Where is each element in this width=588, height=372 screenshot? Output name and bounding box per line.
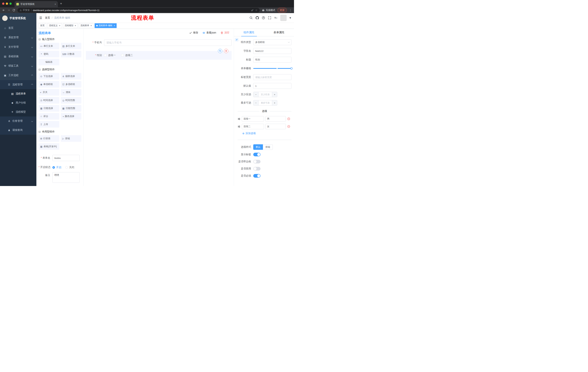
forward-icon[interactable] [7, 9, 10, 12]
component-upload[interactable]: ↥上传 [39, 121, 59, 128]
component-switch[interactable]: ◐开关 [39, 89, 59, 96]
sidebar-item-user-group[interactable]: ☻用户分组 [0, 98, 36, 107]
remove-option-icon[interactable] [287, 117, 290, 120]
sidebar-item-process-form[interactable]: ▤流程表单 [0, 89, 36, 98]
style-button-button[interactable]: 按钮 [263, 144, 273, 150]
sidebar-item-devtools[interactable]: ⚒研发工具 [0, 61, 36, 71]
sidebar-item-home[interactable]: ⌂首页 [0, 23, 36, 33]
checkbox-option-2[interactable]: 选项二 [121, 54, 133, 57]
switch-required[interactable] [253, 174, 261, 178]
tag-process-form-edit[interactable]: 流程表单-编辑× [94, 23, 117, 28]
security-status[interactable]: ⚠ 不安全 [20, 9, 30, 12]
tag-process-model[interactable]: 流程模型× [63, 23, 78, 28]
menu-fold-icon[interactable]: ☰ [39, 16, 42, 20]
new-tab-button[interactable]: + [60, 2, 62, 6]
chrome-update-button[interactable]: 更新 [277, 8, 287, 13]
component-radio-group[interactable]: ◉单选框组 [39, 81, 59, 87]
view-json-button[interactable]: 查看json [202, 31, 216, 34]
tag-process-form[interactable]: 流程表单× [79, 23, 94, 28]
decrease-button[interactable]: − [253, 100, 259, 105]
tag-close-icon[interactable]: × [90, 24, 92, 27]
back-icon[interactable] [2, 9, 5, 12]
tab-close-icon[interactable]: × [55, 3, 56, 6]
component-color[interactable]: ◑颜色选择 [61, 113, 82, 120]
add-option-button[interactable]: ⊕ 添加选项 [242, 132, 256, 135]
component-date[interactable]: ▦日期选择 [39, 105, 59, 112]
component-rate[interactable]: ☆评分 [39, 113, 59, 120]
font-size-icon[interactable]: TT [274, 16, 277, 20]
style-default-button[interactable]: 默认 [253, 144, 263, 150]
browser-tab[interactable]: 芋道管理系统 × [15, 1, 58, 7]
bind-variable-button[interactable] [235, 38, 239, 42]
component-multi-text[interactable]: ▤多行文本 [61, 43, 82, 49]
phone-input[interactable] [104, 39, 231, 46]
option-value-input[interactable] [265, 116, 286, 122]
copy-component-button[interactable] [218, 49, 222, 53]
form-grid-slider[interactable] [253, 65, 292, 71]
status-on-radio[interactable]: 开启 [52, 166, 61, 169]
drag-handle-icon[interactable] [238, 125, 240, 128]
component-button[interactable]: ▷按钮 [61, 135, 82, 142]
component-single-text[interactable]: ▭单行文本 [39, 43, 59, 49]
tag-home[interactable]: 首页 [39, 23, 46, 28]
window-minimize-button[interactable] [6, 2, 8, 5]
field-phone[interactable]: 手机号 [86, 39, 231, 46]
component-checkbox-group[interactable]: ☑多选框组 [61, 81, 82, 87]
label-width-input[interactable] [253, 74, 292, 80]
field-name-input[interactable] [253, 48, 292, 54]
field-gender-selected[interactable]: 性别 选项一 选项二 [86, 51, 231, 60]
component-slider[interactable]: ↔滑块 [61, 89, 82, 96]
option-value-input[interactable] [265, 124, 286, 129]
window-close-button[interactable] [2, 2, 4, 5]
component-password[interactable]: ＊密码 [39, 51, 59, 57]
reload-icon[interactable] [12, 9, 15, 12]
password-key-icon[interactable] [251, 9, 254, 11]
increase-button[interactable]: + [272, 100, 277, 105]
component-cascader[interactable]: ⋔级联选择 [61, 73, 82, 80]
component-editor[interactable]: 编辑器 [39, 59, 59, 65]
status-off-radio[interactable]: 关闭 [65, 166, 74, 169]
tag-close-icon[interactable]: × [59, 24, 60, 27]
tag-process-definition[interactable]: 流程定义× [47, 23, 62, 28]
tab-component-props[interactable]: 组件属性 [234, 29, 264, 36]
increase-button[interactable]: + [272, 92, 277, 97]
component-date-range[interactable]: ▩日期范围 [61, 105, 82, 112]
delete-component-button[interactable] [224, 49, 228, 53]
save-button[interactable]: 保存 [189, 31, 198, 34]
caret-down-icon[interactable]: ▾ [289, 16, 291, 20]
decrease-button[interactable]: − [253, 92, 259, 97]
default-value-input[interactable] [253, 83, 292, 89]
component-time-range[interactable]: ◶时间范围 [61, 97, 82, 104]
component-row[interactable]: ⊞行容器 [39, 135, 59, 142]
help-icon[interactable] [262, 16, 265, 20]
option-label-input[interactable] [242, 116, 264, 122]
app-logo[interactable]: 芋道管理系统 [0, 13, 36, 23]
bookmark-star-icon[interactable]: ☆ [255, 9, 257, 11]
switch-show-label[interactable] [253, 153, 261, 156]
tag-close-icon[interactable]: × [75, 24, 76, 27]
window-zoom-button[interactable] [10, 2, 12, 5]
github-icon[interactable] [256, 16, 259, 20]
tab-form-props[interactable]: 表单属性 [264, 29, 294, 36]
component-type-select[interactable]: 多选框组 [253, 39, 292, 45]
search-icon[interactable] [249, 16, 253, 20]
fullscreen-icon[interactable] [268, 16, 271, 20]
component-time[interactable]: ◷时间选择 [39, 97, 59, 104]
sidebar-item-payment[interactable]: ¥支付管理 [0, 42, 36, 52]
clear-button[interactable]: 清空 [220, 31, 230, 34]
checkbox-option-1[interactable]: 选项一 [104, 54, 116, 57]
component-select[interactable]: ⊙下拉选择 [39, 73, 59, 80]
drag-handle-icon[interactable] [238, 117, 240, 120]
title-input[interactable] [253, 57, 292, 63]
tag-close-icon[interactable]: × [114, 24, 115, 27]
sidebar-item-process-mgmt[interactable]: ☰流程管理 [0, 80, 36, 89]
browser-menu-icon[interactable]: ⋮ [289, 9, 292, 12]
switch-disabled[interactable] [253, 167, 261, 170]
sidebar-item-workflow[interactable]: ▣工作流程 [0, 71, 36, 80]
sidebar-item-process-model[interactable]: ✈流程模型 [0, 107, 36, 117]
sidebar-item-task-mgmt[interactable]: ⋔任务管理 [0, 117, 36, 126]
remove-option-icon[interactable] [287, 125, 290, 128]
form-remark-input[interactable]: 嘿嘿 [52, 172, 80, 183]
sidebar-item-system[interactable]: ⚙系统管理 [0, 33, 36, 42]
form-name-input[interactable] [52, 155, 80, 161]
